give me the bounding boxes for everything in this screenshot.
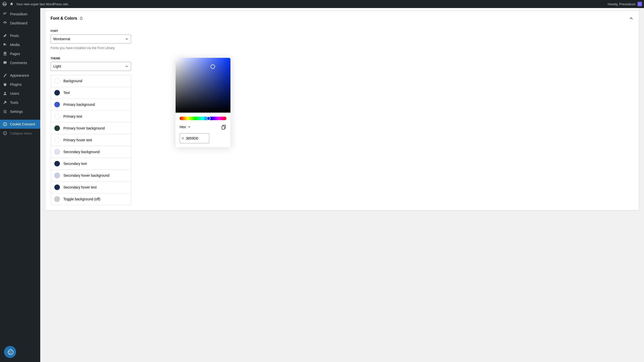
color-label: Primary background — [63, 103, 95, 107]
drop-icon — [79, 16, 83, 20]
color-row[interactable]: Secondary background — [51, 146, 131, 158]
sidebar-item-media[interactable]: Media — [0, 40, 40, 49]
color-swatch — [54, 173, 60, 178]
svg-point-2 — [640, 3, 640, 4]
sidebar-item-users[interactable]: Users — [0, 89, 40, 98]
pin-icon — [3, 33, 8, 38]
sidebar-item-label: Collapse menu — [10, 131, 32, 135]
color-label: Text — [63, 91, 70, 95]
admin-bar: Your new super fast WordPress site. Howd… — [0, 0, 644, 8]
color-label: Secondary hover text — [63, 185, 97, 189]
sidebar-item-dashboard[interactable]: Dashboard — [0, 19, 40, 28]
color-label: Primary hover text — [63, 138, 92, 142]
svg-point-16 — [4, 124, 5, 125]
svg-point-23 — [9, 353, 10, 353]
color-swatch — [54, 161, 60, 166]
sidebar-item-pressidium[interactable]: Pressidium — [0, 10, 40, 19]
floating-cookie-button[interactable] — [4, 346, 16, 358]
svg-rect-5 — [6, 13, 7, 13]
svg-point-14 — [4, 123, 5, 124]
color-swatch — [54, 125, 60, 131]
color-row[interactable]: Text — [51, 87, 131, 99]
color-row[interactable]: Toggle background (off) — [51, 193, 131, 205]
content-area: Font & Colors FONT Montserrat Fonts you … — [40, 8, 644, 362]
chevron-up-icon[interactable] — [629, 16, 634, 21]
wrench-icon — [3, 100, 8, 105]
theme-select[interactable]: Light — [51, 62, 131, 71]
color-swatch — [54, 196, 60, 202]
sidebar-item-label: Users — [10, 92, 19, 96]
comment-icon — [3, 60, 8, 65]
sidebar-item-label: Dashboard — [10, 21, 27, 25]
svg-point-18 — [3, 131, 7, 135]
color-row[interactable]: Secondary text — [51, 158, 131, 170]
font-help: Fonts you have installed via the Font Li… — [51, 46, 634, 50]
color-label: Primary hover background — [63, 126, 105, 130]
svg-point-25 — [10, 353, 11, 354]
sidebar-item-label: Appearance — [10, 73, 29, 77]
dashboard-icon — [3, 21, 8, 26]
sidebar-item-cookie-consent[interactable]: Cookie Consent — [0, 120, 40, 129]
svg-point-1 — [639, 3, 639, 4]
sidebar-item-label: Tools — [10, 101, 18, 105]
color-row[interactable]: Background — [51, 75, 131, 87]
svg-rect-4 — [5, 13, 6, 13]
color-label: Secondary text — [63, 162, 87, 166]
hex-input[interactable] — [186, 136, 204, 140]
color-row[interactable]: Secondary hover background — [51, 170, 131, 182]
site-title[interactable]: Your new super fast WordPress site. — [16, 2, 69, 6]
hue-slider[interactable] — [180, 117, 226, 120]
sidebar-item-label: Cookie Consent — [10, 122, 35, 126]
plugin-icon — [3, 82, 8, 87]
svg-point-13 — [3, 122, 7, 126]
cookie-icon — [3, 122, 8, 127]
svg-rect-3 — [4, 13, 4, 13]
sidebar-item-label: Plugins — [10, 82, 22, 86]
color-label: Secondary background — [63, 150, 100, 154]
sidebar-item-label: Comments — [10, 61, 27, 65]
saturation-handle[interactable] — [211, 64, 215, 69]
page-icon — [3, 51, 8, 56]
color-row[interactable]: Secondary hover text — [51, 182, 131, 193]
home-icon[interactable] — [9, 2, 14, 7]
svg-point-10 — [5, 110, 6, 111]
color-row[interactable]: Primary text — [51, 111, 131, 122]
sidebar-item-tools[interactable]: Tools — [0, 98, 40, 107]
format-select[interactable]: Hex — [180, 125, 191, 129]
color-label: Background — [63, 79, 82, 83]
sidebar-item-comments[interactable]: Comments — [0, 58, 40, 67]
avatar[interactable] — [637, 2, 642, 6]
hue-handle[interactable] — [207, 116, 211, 120]
saturation-field[interactable] — [176, 58, 230, 113]
color-row[interactable]: Primary hover background — [51, 122, 131, 134]
svg-point-9 — [4, 92, 6, 94]
panel-title: Font & Colors — [51, 16, 83, 21]
sidebar-item-appearance[interactable]: Appearance — [0, 71, 40, 80]
sidebar-collapse[interactable]: Collapse menu — [0, 129, 40, 138]
media-icon — [3, 42, 8, 47]
svg-point-22 — [10, 351, 11, 351]
font-select[interactable]: Montserrat — [51, 34, 131, 43]
sliders-icon — [3, 109, 8, 114]
copy-icon[interactable] — [221, 124, 226, 130]
svg-point-24 — [11, 352, 11, 353]
sidebar-item-posts[interactable]: Posts — [0, 31, 40, 40]
chevron-down-icon — [187, 125, 191, 129]
color-swatch — [54, 149, 60, 155]
color-row[interactable]: Primary hover text — [51, 134, 131, 146]
sidebar-item-label: Media — [10, 43, 20, 47]
sidebar-item-label: Posts — [10, 34, 19, 38]
sidebar-item-plugins[interactable]: Plugins — [0, 80, 40, 89]
color-row[interactable]: Primary background — [51, 99, 131, 111]
color-swatch — [54, 102, 60, 107]
svg-rect-7 — [5, 14, 6, 15]
theme-label: THEME — [51, 57, 634, 60]
color-label: Secondary hover background — [63, 173, 109, 177]
sidebar-item-pages[interactable]: Pages — [0, 49, 40, 58]
brush-icon — [3, 73, 8, 78]
wordpress-logo-icon[interactable] — [2, 2, 7, 7]
sidebar-item-settings[interactable]: Settings — [0, 107, 40, 116]
svg-point-17 — [6, 125, 6, 125]
greeting[interactable]: Howdy, Pressidium — [608, 2, 635, 6]
svg-rect-20 — [222, 126, 225, 129]
